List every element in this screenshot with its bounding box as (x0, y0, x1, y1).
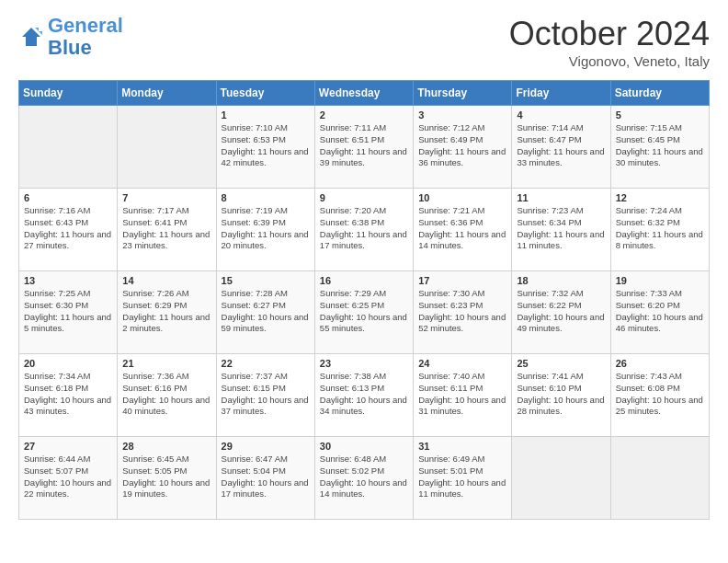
cell-content: Sunrise: 7:21 AMSunset: 6:36 PMDaylight:… (418, 205, 506, 252)
day-number: 12 (616, 192, 704, 203)
calendar-cell: 27Sunrise: 6:44 AMSunset: 5:07 PMDayligh… (19, 437, 118, 520)
cell-content: Sunrise: 7:32 AMSunset: 6:22 PMDaylight:… (517, 288, 605, 335)
cell-content: Sunrise: 7:38 AMSunset: 6:13 PMDaylight:… (320, 371, 408, 418)
header: General Blue October 2024 Vigonovo, Vene… (18, 15, 710, 69)
day-number: 5 (616, 109, 704, 121)
calendar-cell (19, 106, 118, 189)
day-number: 2 (320, 109, 408, 121)
day-header-tuesday: Tuesday (216, 81, 314, 106)
calendar-cell: 25Sunrise: 7:41 AMSunset: 6:10 PMDayligh… (512, 354, 610, 437)
calendar-cell: 12Sunrise: 7:24 AMSunset: 6:32 PMDayligh… (610, 189, 709, 271)
day-number: 10 (418, 192, 506, 203)
day-header-saturday: Saturday (610, 81, 709, 106)
day-number: 15 (222, 275, 310, 286)
calendar-cell: 7Sunrise: 7:17 AMSunset: 6:41 PMDaylight… (118, 189, 216, 271)
cell-content: Sunrise: 7:30 AMSunset: 6:23 PMDaylight:… (418, 288, 506, 335)
cell-content: Sunrise: 7:37 AMSunset: 6:15 PMDaylight:… (222, 371, 310, 418)
cell-content: Sunrise: 6:44 AMSunset: 5:07 PMDaylight:… (24, 454, 112, 500)
title-block: October 2024 Vigonovo, Veneto, Italy (509, 15, 710, 69)
calendar-cell: 9Sunrise: 7:20 AMSunset: 6:38 PMDaylight… (314, 189, 413, 271)
logo-icon (18, 24, 44, 50)
calendar-cell: 6Sunrise: 7:16 AMSunset: 6:43 PMDaylight… (19, 189, 118, 271)
cell-content: Sunrise: 7:14 AMSunset: 6:47 PMDaylight:… (517, 122, 605, 169)
cell-content: Sunrise: 7:43 AMSunset: 6:08 PMDaylight:… (616, 371, 704, 418)
calendar-cell: 20Sunrise: 7:34 AMSunset: 6:18 PMDayligh… (19, 354, 118, 437)
cell-content: Sunrise: 7:33 AMSunset: 6:20 PMDaylight:… (616, 288, 704, 335)
day-number: 4 (517, 109, 605, 121)
calendar-cell: 31Sunrise: 6:49 AMSunset: 5:01 PMDayligh… (414, 437, 512, 520)
calendar-cell: 26Sunrise: 7:43 AMSunset: 6:08 PMDayligh… (610, 354, 709, 437)
cell-content: Sunrise: 7:17 AMSunset: 6:41 PMDaylight:… (122, 205, 210, 252)
logo-line2: Blue (48, 36, 92, 59)
calendar-cell: 22Sunrise: 7:37 AMSunset: 6:15 PMDayligh… (216, 354, 314, 437)
day-number: 26 (616, 358, 704, 369)
cell-content: Sunrise: 7:12 AMSunset: 6:49 PMDaylight:… (418, 122, 506, 169)
calendar-cell: 18Sunrise: 7:32 AMSunset: 6:22 PMDayligh… (512, 271, 610, 354)
cell-content: Sunrise: 7:10 AMSunset: 6:53 PMDaylight:… (222, 122, 310, 169)
cell-content: Sunrise: 6:48 AMSunset: 5:02 PMDaylight:… (320, 454, 408, 500)
day-header-friday: Friday (512, 81, 610, 106)
day-number: 29 (222, 441, 310, 452)
calendar-cell: 24Sunrise: 7:40 AMSunset: 6:11 PMDayligh… (414, 354, 512, 437)
day-number: 28 (122, 441, 210, 452)
day-number: 13 (24, 275, 112, 286)
cell-content: Sunrise: 7:29 AMSunset: 6:25 PMDaylight:… (320, 288, 408, 335)
day-number: 18 (517, 275, 605, 286)
logo: General Blue (18, 15, 123, 59)
day-number: 14 (122, 275, 210, 286)
cell-content: Sunrise: 7:34 AMSunset: 6:18 PMDaylight:… (24, 371, 112, 418)
calendar-week-5: 27Sunrise: 6:44 AMSunset: 5:07 PMDayligh… (19, 437, 710, 520)
cell-content: Sunrise: 7:23 AMSunset: 6:34 PMDaylight:… (517, 205, 605, 252)
calendar-cell: 17Sunrise: 7:30 AMSunset: 6:23 PMDayligh… (414, 271, 512, 354)
day-number: 6 (24, 192, 112, 203)
day-number: 1 (222, 109, 310, 121)
cell-content: Sunrise: 7:41 AMSunset: 6:10 PMDaylight:… (517, 371, 605, 418)
cell-content: Sunrise: 7:16 AMSunset: 6:43 PMDaylight:… (24, 205, 112, 252)
calendar-cell: 14Sunrise: 7:26 AMSunset: 6:29 PMDayligh… (118, 271, 216, 354)
logo-line1: General (48, 14, 123, 37)
day-header-thursday: Thursday (414, 81, 512, 106)
calendar-cell: 4Sunrise: 7:14 AMSunset: 6:47 PMDaylight… (512, 106, 610, 189)
day-number: 21 (122, 358, 210, 369)
calendar-cell: 10Sunrise: 7:21 AMSunset: 6:36 PMDayligh… (414, 189, 512, 271)
day-number: 8 (222, 192, 310, 203)
day-header-sunday: Sunday (19, 81, 118, 106)
cell-content: Sunrise: 7:15 AMSunset: 6:45 PMDaylight:… (616, 122, 704, 169)
calendar-cell: 3Sunrise: 7:12 AMSunset: 6:49 PMDaylight… (414, 106, 512, 189)
page: General Blue October 2024 Vigonovo, Vene… (0, 0, 728, 534)
cell-content: Sunrise: 7:24 AMSunset: 6:32 PMDaylight:… (616, 205, 704, 252)
calendar-week-3: 13Sunrise: 7:25 AMSunset: 6:30 PMDayligh… (19, 271, 710, 354)
calendar-week-2: 6Sunrise: 7:16 AMSunset: 6:43 PMDaylight… (19, 189, 710, 271)
calendar-cell: 1Sunrise: 7:10 AMSunset: 6:53 PMDaylight… (216, 106, 314, 189)
cell-content: Sunrise: 7:28 AMSunset: 6:27 PMDaylight:… (222, 288, 310, 335)
cell-content: Sunrise: 6:47 AMSunset: 5:04 PMDaylight:… (222, 454, 310, 500)
calendar-cell (610, 437, 709, 520)
day-number: 30 (320, 441, 408, 452)
calendar-cell (512, 437, 610, 520)
day-number: 25 (517, 358, 605, 369)
calendar-cell: 11Sunrise: 7:23 AMSunset: 6:34 PMDayligh… (512, 189, 610, 271)
cell-content: Sunrise: 6:45 AMSunset: 5:05 PMDaylight:… (122, 454, 210, 500)
day-number: 23 (320, 358, 408, 369)
cell-content: Sunrise: 7:19 AMSunset: 6:39 PMDaylight:… (222, 205, 310, 252)
cell-content: Sunrise: 6:49 AMSunset: 5:01 PMDaylight:… (418, 454, 506, 500)
month-title: October 2024 (509, 15, 710, 53)
calendar-cell: 13Sunrise: 7:25 AMSunset: 6:30 PMDayligh… (19, 271, 118, 354)
day-number: 24 (418, 358, 506, 369)
calendar-cell: 15Sunrise: 7:28 AMSunset: 6:27 PMDayligh… (216, 271, 314, 354)
day-number: 27 (24, 441, 112, 452)
calendar-cell: 8Sunrise: 7:19 AMSunset: 6:39 PMDaylight… (216, 189, 314, 271)
cell-content: Sunrise: 7:36 AMSunset: 6:16 PMDaylight:… (122, 371, 210, 418)
calendar-cell: 21Sunrise: 7:36 AMSunset: 6:16 PMDayligh… (118, 354, 216, 437)
cell-content: Sunrise: 7:11 AMSunset: 6:51 PMDaylight:… (320, 122, 408, 169)
logo-text: General Blue (48, 15, 123, 59)
calendar-cell: 30Sunrise: 6:48 AMSunset: 5:02 PMDayligh… (314, 437, 413, 520)
calendar-table: SundayMondayTuesdayWednesdayThursdayFrid… (18, 80, 710, 520)
cell-content: Sunrise: 7:26 AMSunset: 6:29 PMDaylight:… (122, 288, 210, 335)
day-number: 9 (320, 192, 408, 203)
cell-content: Sunrise: 7:40 AMSunset: 6:11 PMDaylight:… (418, 371, 506, 418)
calendar-cell: 29Sunrise: 6:47 AMSunset: 5:04 PMDayligh… (216, 437, 314, 520)
day-number: 16 (320, 275, 408, 286)
day-header-monday: Monday (118, 81, 216, 106)
day-number: 7 (122, 192, 210, 203)
